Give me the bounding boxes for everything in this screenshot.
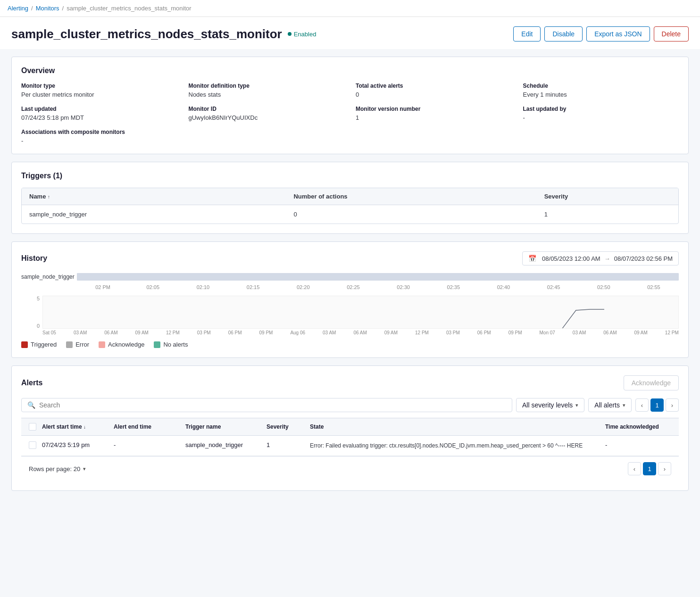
chart-x-label: 06 AM xyxy=(603,330,617,335)
triggers-col-severity: Severity xyxy=(537,188,678,205)
legend-triggered: Triggered xyxy=(21,341,57,348)
timeline-label: 02:55 xyxy=(629,284,679,290)
timeline-label: 02:40 xyxy=(478,284,528,290)
chart-x-label: Aug 06 xyxy=(290,330,305,335)
alert-end-time: - xyxy=(114,441,180,448)
triggers-col-actions: Number of actions xyxy=(286,188,536,205)
page-header: sample_cluster_metrics_nodes_stats_monit… xyxy=(0,17,700,49)
error-label: Error xyxy=(75,341,89,348)
sort-start-icon: ↓ xyxy=(83,424,86,430)
date-to: 08/07/2023 02:56 PM xyxy=(614,255,673,262)
chart-x-label: 03 AM xyxy=(323,330,336,335)
search-icon: 🔍 xyxy=(27,401,35,409)
legend-no-alerts: No alerts xyxy=(154,341,188,348)
status-filter-label: All alerts xyxy=(594,401,620,409)
y-label-0: 0 xyxy=(21,323,40,329)
timeline-label: 02:20 xyxy=(278,284,328,290)
acknowledge-color xyxy=(99,341,105,348)
date-arrow: → xyxy=(604,255,610,262)
legend-error: Error xyxy=(66,341,89,348)
search-box[interactable]: 🔍 xyxy=(21,398,512,412)
timeline-label: 02:45 xyxy=(529,284,579,290)
error-color xyxy=(66,341,73,348)
chart-y-axis: 5 0 xyxy=(21,296,42,329)
timeline-label: 02 PM xyxy=(78,284,128,290)
footer-page-1-btn[interactable]: 1 xyxy=(643,462,656,475)
history-card: History 📅 08/05/2023 12:00 AM → 08/07/20… xyxy=(11,241,689,358)
alerts-header: Alerts Acknowledge xyxy=(21,375,679,390)
chart-x-label: 06 PM xyxy=(228,330,242,335)
overview-version-number: Monitor version number 1 xyxy=(356,106,512,121)
select-all-checkbox[interactable] xyxy=(29,423,36,431)
date-range-selector[interactable]: 📅 08/05/2023 12:00 AM → 08/07/2023 02:56… xyxy=(522,251,679,265)
footer-pagination: ‹ 1 › xyxy=(628,462,671,475)
alerts-table-header: Alert start time ↓ Alert end time Trigge… xyxy=(21,418,679,436)
breadcrumb-current: sample_cluster_metrics_nodes_stats_monit… xyxy=(67,5,191,12)
header-buttons: Edit Disable Export as JSON Delete xyxy=(513,26,689,41)
chart-x-label: 03 AM xyxy=(74,330,87,335)
delete-button[interactable]: Delete xyxy=(654,26,689,41)
title-area: sample_cluster_metrics_nodes_stats_monit… xyxy=(11,27,316,41)
footer-prev-btn[interactable]: ‹ xyxy=(628,462,641,475)
main-content: Overview Monitor type Per cluster metric… xyxy=(0,49,700,498)
overview-last-updated: Last updated 07/24/23 5:18 pm MDT xyxy=(21,106,177,121)
breadcrumb-alerting[interactable]: Alerting xyxy=(8,5,28,12)
page-1-btn[interactable]: 1 xyxy=(650,398,664,412)
timeline-label: 02:35 xyxy=(428,284,478,290)
footer-next-btn[interactable]: › xyxy=(658,462,671,475)
next-page-btn[interactable]: › xyxy=(666,398,679,412)
trigger-actions: 0 xyxy=(286,205,536,224)
chart-x-label: 09 AM xyxy=(384,330,398,335)
trigger-row: sample_node_trigger 0 1 xyxy=(22,205,678,224)
rows-per-page[interactable]: Rows per page: 20 ▾ xyxy=(29,465,86,473)
breadcrumb-monitors[interactable]: Monitors xyxy=(36,5,59,12)
alerts-filters: 🔍 All severity levels ▾ All alerts ▾ ‹ 1… xyxy=(21,398,679,412)
severity-filter-label: All severity levels xyxy=(522,401,573,409)
timeline-label: 02:30 xyxy=(378,284,428,290)
y-label-5: 5 xyxy=(21,296,40,301)
status-badge: Enabled xyxy=(288,31,317,38)
status-filter[interactable]: All alerts ▾ xyxy=(588,398,632,412)
search-input[interactable] xyxy=(39,401,506,409)
trigger-name: sample_node_trigger xyxy=(22,205,286,224)
row-checkbox[interactable] xyxy=(29,441,36,449)
disable-button[interactable]: Disable xyxy=(544,26,583,41)
calendar-icon: 📅 xyxy=(528,255,536,262)
col-header-start: Alert start time ↓ xyxy=(42,423,108,430)
breadcrumb: Alerting / Monitors / sample_cluster_met… xyxy=(0,0,700,17)
table-footer: Rows per page: 20 ▾ ‹ 1 › xyxy=(21,456,679,481)
trigger-severity: 1 xyxy=(537,205,678,224)
timeline-label: 02:05 xyxy=(128,284,178,290)
edit-button[interactable]: Edit xyxy=(513,26,541,41)
breadcrumb-sep2: / xyxy=(62,5,64,12)
severity-filter[interactable]: All severity levels ▾ xyxy=(516,398,584,412)
trigger-timeline-name: sample_node_trigger xyxy=(21,274,73,280)
alerts-card: Alerts Acknowledge 🔍 All severity levels… xyxy=(11,365,689,491)
timeline-labels: 02 PM02:0502:1002:1502:2002:2502:3002:35… xyxy=(78,284,679,290)
no-alerts-color xyxy=(154,341,160,348)
alert-row: 07/24/23 5:19 pm - sample_node_trigger 1… xyxy=(21,436,679,456)
rows-per-page-chevron-icon: ▾ xyxy=(83,466,86,472)
chart-canvas xyxy=(42,296,679,329)
chart-x-label: 03 AM xyxy=(573,330,586,335)
legend-acknowledge: Acknowledge xyxy=(99,341,144,348)
triggers-table: Name ↑ Number of actions Severity sample… xyxy=(21,188,679,224)
history-header: History 📅 08/05/2023 12:00 AM → 08/07/20… xyxy=(21,251,679,265)
overview-monitor-type: Monitor type Per cluster metrics monitor xyxy=(21,83,177,98)
status-chevron-icon: ▾ xyxy=(623,402,625,408)
overview-active-alerts: Total active alerts 0 xyxy=(356,83,512,98)
alert-start-time: 07/24/23 5:19 pm xyxy=(42,441,108,448)
overview-title: Overview xyxy=(21,66,679,75)
timeline-label: 02:10 xyxy=(178,284,228,290)
chart-x-label: 12 PM xyxy=(415,330,429,335)
col-header-time-ack: Time acknowledged xyxy=(605,423,671,430)
timeline-label: 02:15 xyxy=(228,284,278,290)
rows-per-page-label: Rows per page: 20 xyxy=(29,465,80,473)
export-button[interactable]: Export as JSON xyxy=(586,26,650,41)
acknowledge-button[interactable]: Acknowledge xyxy=(624,375,679,390)
acknowledge-label: Acknowledge xyxy=(108,341,144,348)
col-header-end: Alert end time xyxy=(114,423,180,430)
prev-page-btn[interactable]: ‹ xyxy=(635,398,649,412)
triggers-title: Triggers (1) xyxy=(21,172,679,180)
history-title: History xyxy=(21,254,47,263)
